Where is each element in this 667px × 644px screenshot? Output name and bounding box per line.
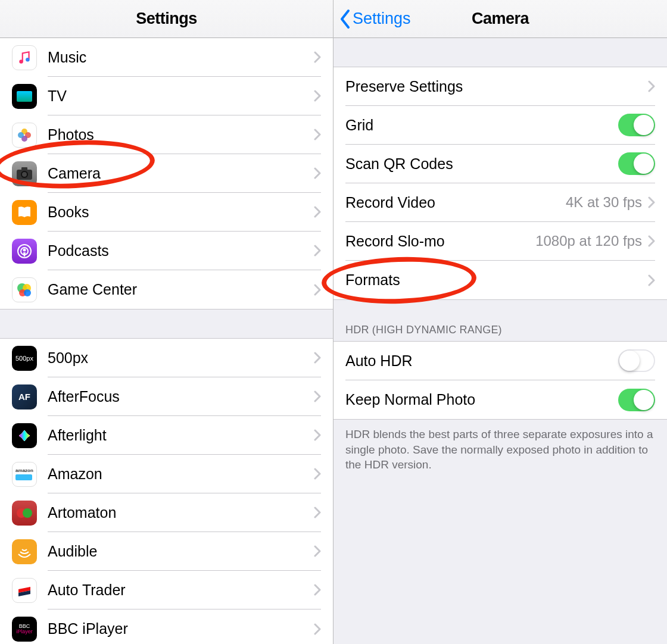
row-label: Music bbox=[48, 49, 314, 66]
row-label: Afterlight bbox=[48, 427, 314, 444]
chevron-right-icon bbox=[648, 235, 655, 247]
row-grid[interactable]: Grid bbox=[334, 106, 667, 145]
svg-point-8 bbox=[22, 172, 27, 177]
row-label: Preserve Settings bbox=[345, 78, 648, 95]
row-label: Podcasts bbox=[48, 242, 314, 260]
row-label: TV bbox=[48, 87, 314, 105]
row-podcasts[interactable]: Podcasts bbox=[0, 232, 333, 270]
chevron-right-icon bbox=[314, 352, 321, 364]
toggle-scan-qr[interactable] bbox=[618, 152, 655, 175]
toggle-grid[interactable] bbox=[618, 114, 655, 136]
row-value: 1080p at 120 fps bbox=[535, 233, 642, 249]
chevron-right-icon bbox=[314, 167, 321, 179]
row-label: Formats bbox=[345, 271, 648, 289]
row-label: 500px bbox=[48, 349, 314, 367]
app-icon-artomaton bbox=[12, 501, 37, 526]
chevron-right-icon bbox=[314, 623, 321, 635]
gamecenter-icon bbox=[12, 277, 37, 302]
navbar-title-settings: Settings bbox=[136, 10, 197, 28]
svg-rect-9 bbox=[21, 167, 27, 170]
app-icon-afterfocus: AF bbox=[12, 384, 37, 409]
row-auto-hdr[interactable]: Auto HDR bbox=[334, 342, 667, 380]
row-label: Books bbox=[48, 204, 314, 221]
chevron-right-icon bbox=[314, 206, 321, 218]
row-audible[interactable]: Audible bbox=[0, 532, 333, 571]
navbar-title-camera: Camera bbox=[472, 10, 529, 28]
row-books[interactable]: Books bbox=[0, 193, 333, 232]
chevron-right-icon bbox=[314, 545, 321, 557]
chevron-right-icon bbox=[314, 429, 321, 441]
camera-icon bbox=[12, 161, 37, 186]
row-label: Record Video bbox=[345, 194, 566, 211]
photos-icon bbox=[12, 123, 37, 148]
row-amazon[interactable]: amazon Amazon bbox=[0, 455, 333, 493]
row-afterlight[interactable]: Afterlight bbox=[0, 416, 333, 455]
back-button[interactable]: Settings bbox=[339, 9, 411, 29]
row-label: Auto Trader bbox=[48, 582, 314, 599]
row-gamecenter[interactable]: Game Center bbox=[0, 270, 333, 309]
tv-icon bbox=[12, 84, 37, 109]
books-icon bbox=[12, 200, 37, 225]
row-photos[interactable]: Photos bbox=[0, 115, 333, 154]
row-label: Record Slo-mo bbox=[345, 233, 535, 250]
svg-point-0 bbox=[19, 60, 23, 64]
section-header-hdr: HDR (HIGH DYNAMIC RANGE) bbox=[334, 300, 667, 341]
svg-point-5 bbox=[18, 132, 24, 138]
svg-point-16 bbox=[24, 289, 31, 296]
toggle-auto-hdr[interactable] bbox=[618, 349, 655, 372]
row-label: Grid bbox=[345, 117, 618, 134]
navbar-settings: Settings bbox=[0, 0, 333, 38]
row-label: Photos bbox=[48, 126, 314, 143]
row-label: Auto HDR bbox=[345, 352, 618, 370]
chevron-right-icon bbox=[314, 284, 321, 296]
row-record-video[interactable]: Record Video 4K at 30 fps bbox=[334, 183, 667, 222]
settings-pane: Settings Music TV Photos bbox=[0, 0, 334, 644]
row-label: Scan QR Codes bbox=[345, 155, 618, 173]
row-label: Camera bbox=[48, 165, 314, 182]
row-scan-qr[interactable]: Scan QR Codes bbox=[334, 145, 667, 183]
camera-settings-pane: Settings Camera Preserve Settings Grid S… bbox=[334, 0, 667, 644]
chevron-right-icon bbox=[314, 245, 321, 257]
row-autotrader[interactable]: Auto Trader bbox=[0, 571, 333, 609]
chevron-right-icon bbox=[648, 196, 655, 208]
section-footer-hdr: HDR blends the best parts of three separ… bbox=[334, 420, 667, 480]
row-label: Artomaton bbox=[48, 504, 314, 521]
row-formats[interactable]: Formats bbox=[334, 261, 667, 299]
toggle-keep-normal[interactable] bbox=[618, 389, 655, 411]
row-label: AfterFocus bbox=[48, 388, 314, 405]
row-500px[interactable]: 500px 500px bbox=[0, 339, 333, 377]
row-camera[interactable]: Camera bbox=[0, 154, 333, 193]
chevron-right-icon bbox=[648, 274, 655, 286]
chevron-right-icon bbox=[314, 584, 321, 596]
row-afterfocus[interactable]: AF AfterFocus bbox=[0, 377, 333, 416]
app-icon-500px: 500px bbox=[12, 346, 37, 371]
app-icon-afterlight bbox=[12, 423, 37, 448]
svg-point-12 bbox=[23, 248, 26, 251]
row-label: Amazon bbox=[48, 465, 314, 483]
row-label: Game Center bbox=[48, 281, 314, 298]
row-artomaton[interactable]: Artomaton bbox=[0, 493, 333, 532]
music-icon bbox=[12, 45, 37, 70]
row-bbc[interactable]: BBCiPlayer BBC iPlayer bbox=[0, 609, 333, 644]
chevron-right-icon bbox=[314, 129, 321, 140]
row-label: Audible bbox=[48, 543, 314, 560]
podcasts-icon bbox=[12, 239, 37, 264]
chevron-right-icon bbox=[314, 390, 321, 402]
row-keep-normal[interactable]: Keep Normal Photo bbox=[334, 380, 667, 419]
row-label: BBC iPlayer bbox=[48, 620, 314, 637]
app-icon-amazon: amazon bbox=[12, 462, 37, 487]
back-label: Settings bbox=[353, 10, 411, 28]
settings-list[interactable]: Music TV Photos Camera bbox=[0, 38, 333, 644]
row-preserve-settings[interactable]: Preserve Settings bbox=[334, 67, 667, 106]
svg-marker-18 bbox=[19, 430, 30, 441]
chevron-right-icon bbox=[314, 507, 321, 518]
row-music[interactable]: Music bbox=[0, 38, 333, 77]
app-icon-audible bbox=[12, 539, 37, 564]
chevron-right-icon bbox=[648, 80, 655, 92]
chevron-right-icon bbox=[314, 468, 321, 480]
chevron-right-icon bbox=[314, 90, 321, 102]
app-icon-autotrader bbox=[12, 578, 37, 603]
row-record-slomo[interactable]: Record Slo-mo 1080p at 120 fps bbox=[334, 222, 667, 261]
navbar-camera: Settings Camera bbox=[334, 0, 667, 38]
row-tv[interactable]: TV bbox=[0, 77, 333, 115]
